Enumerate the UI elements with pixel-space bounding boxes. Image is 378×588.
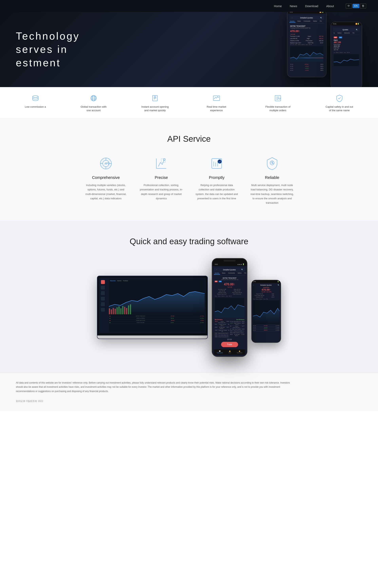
tab-row: Quotes News Comments Notice Fin bbox=[289, 20, 324, 24]
svg-rect-46 bbox=[130, 304, 131, 314]
api-cards: API Comprehensive Including multiple var… bbox=[20, 156, 358, 205]
hero-section: Technology serves in estment 9:41 📶 🔋 ← … bbox=[0, 12, 378, 87]
nav-home[interactable]: Home bbox=[274, 4, 282, 8]
lang-en[interactable]: EN bbox=[352, 4, 359, 8]
svg-rect-41 bbox=[120, 308, 122, 314]
footer-disclaimer: All data and contents of this website ar… bbox=[16, 381, 293, 394]
feature-label-1: Low commission a bbox=[25, 105, 46, 109]
feature-label-6: Capital safety in and out of the same na… bbox=[325, 105, 353, 112]
trading-phone-screen: ← Detailed Quotes 🔍 Quotes News Comments… bbox=[212, 266, 247, 356]
feature-global: Global transaction with one account bbox=[80, 93, 108, 112]
svg-marker-47 bbox=[215, 305, 244, 318]
feature-label-5: Flexible transaction of multiple orders bbox=[264, 105, 292, 112]
api-card-desc-3: Relying on professional data collection … bbox=[195, 183, 239, 200]
navigation: Home News Download About 中 EN 繁 bbox=[0, 0, 378, 12]
footer-copyright: 富利证券 ©版权所有 2022 bbox=[16, 400, 362, 403]
phone-header-2: Quotes 🔍 bbox=[333, 27, 360, 32]
api-reliable-icon bbox=[264, 156, 280, 171]
svg-rect-35 bbox=[109, 308, 110, 314]
phone-status-2: 9:41 📶🔋 bbox=[331, 22, 362, 26]
stock-price: 470.00↑ bbox=[290, 29, 323, 33]
laptop-sidebar bbox=[100, 279, 108, 332]
phone-main: 9:41 📶 🔋 ← Detailed Quotes 🔍 Quotes News… bbox=[287, 12, 326, 77]
phone-secondary: 9:41 📶🔋 Quotes 🔍 ts Notice Warrants Fin bbox=[330, 22, 362, 87]
phone-notch bbox=[212, 259, 247, 263]
phone-header: ← Detailed Quotes 🔍 bbox=[289, 16, 324, 20]
phone-center: 9:41 ▲▲▲ 🔋 ← Detailed Quotes 🔍 Quotes Ne… bbox=[212, 258, 247, 357]
stock-chart bbox=[290, 46, 323, 62]
laptop-screen: Watchlist Market Portfolio bbox=[97, 276, 207, 335]
feature-label-4: Real time market experience bbox=[203, 105, 230, 112]
api-title: API Service bbox=[20, 134, 358, 144]
laptop-base bbox=[97, 335, 207, 339]
svg-rect-45 bbox=[128, 305, 129, 314]
svg-rect-42 bbox=[122, 306, 123, 314]
shield-check-icon bbox=[335, 93, 344, 103]
feature-flexible: Flexible transaction of multiple orders bbox=[264, 93, 292, 112]
api-card-desc-2: Professional collection, sorting, presen… bbox=[139, 183, 183, 200]
bottom-nav-alert[interactable]: 🔔 Alert bbox=[228, 350, 231, 353]
feature-instant: Instant account opening and market quick… bbox=[141, 93, 169, 112]
trading-section: Quick and easy trading software W bbox=[0, 221, 378, 373]
feature-label-2: Global transaction with one account bbox=[80, 105, 108, 112]
svg-point-29 bbox=[218, 160, 222, 163]
language-switcher: 中 EN 繁 bbox=[346, 4, 366, 9]
feature-low-commission: Low commission a bbox=[25, 93, 46, 112]
svg-point-33 bbox=[272, 162, 272, 163]
api-card-reliable: Reliable Multi service deployment, multi… bbox=[250, 156, 294, 205]
database-icon bbox=[30, 93, 40, 103]
api-card-title-4: Reliable bbox=[250, 175, 294, 180]
feature-safety: Capital safety in and out of the same na… bbox=[325, 93, 353, 112]
phone-status: 9:41 📶 🔋 bbox=[287, 12, 326, 14]
trading-info: Trading 09-28 10:18:49 (GMT+8) bbox=[290, 27, 323, 29]
svg-rect-39 bbox=[117, 307, 118, 314]
orders-icon bbox=[273, 93, 283, 103]
bottom-nav-watchlist[interactable]: ⭐ Watchlist bbox=[237, 350, 243, 353]
laptop-main: Watchlist Market Portfolio bbox=[109, 279, 205, 332]
api-section: API Service API Comprehensive Including … bbox=[0, 118, 378, 221]
bottom-nav-comment[interactable]: 💬 Comment bbox=[217, 350, 223, 353]
api-promptly-icon bbox=[209, 156, 225, 171]
api-card-comprehensive: API Comprehensive Including multiple var… bbox=[84, 156, 128, 205]
svg-marker-48 bbox=[253, 308, 279, 324]
nav-links: Home News Download About 中 EN 繁 bbox=[274, 4, 366, 9]
phone-screen: ← Detailed Quotes 🔍 Quotes News Comments… bbox=[287, 14, 326, 77]
hero-title: Technology serves in estment bbox=[16, 29, 99, 70]
lang-zh[interactable]: 中 bbox=[346, 4, 352, 9]
footer: All data and contents of this website ar… bbox=[0, 373, 378, 411]
trade-button[interactable]: Trade bbox=[221, 342, 238, 347]
phone-screen-2: Quotes 🔍 ts Notice Warrants Fin HK US Op… bbox=[331, 26, 362, 87]
phone-right: 9:41🔋 ← Detailed Quotes 🔍 TENCENT 470.00… bbox=[251, 280, 281, 343]
laptop-chart bbox=[109, 283, 205, 314]
svg-rect-38 bbox=[115, 309, 116, 314]
phone-center-status: 9:41 ▲▲▲ 🔋 bbox=[212, 263, 247, 266]
svg-text:API: API bbox=[105, 162, 109, 165]
svg-rect-40 bbox=[118, 306, 120, 314]
api-card-desc-4: Multi service deployment, multi node loa… bbox=[250, 183, 294, 205]
svg-rect-37 bbox=[113, 308, 114, 314]
api-card-title-1: Comprehensive bbox=[84, 175, 128, 180]
hero-phones: 9:41 📶 🔋 ← Detailed Quotes 🔍 Quotes News… bbox=[287, 12, 362, 87]
laptop-mockup: Watchlist Market Portfolio bbox=[97, 276, 208, 339]
svg-point-0 bbox=[33, 96, 38, 98]
svg-rect-44 bbox=[126, 308, 127, 314]
nav-download[interactable]: Download bbox=[305, 4, 318, 8]
feature-label-3: Instant account opening and market quick… bbox=[141, 105, 169, 112]
svg-rect-36 bbox=[111, 309, 112, 314]
api-card-title-2: Precise bbox=[139, 175, 183, 180]
api-card-precise: Precise Professional collection, sorting… bbox=[139, 156, 183, 205]
nav-news[interactable]: News bbox=[290, 4, 297, 8]
feature-realtime: Real time market experience bbox=[203, 93, 230, 112]
api-icon: API bbox=[98, 156, 114, 171]
api-precise-icon bbox=[153, 156, 169, 171]
nav-about[interactable]: About bbox=[326, 4, 334, 8]
api-card-title-3: Promptly bbox=[195, 175, 239, 180]
api-card-promptly: Promptly Relying on professional data co… bbox=[195, 156, 239, 205]
devices-showcase: Watchlist Market Portfolio bbox=[12, 258, 366, 357]
globe-icon bbox=[89, 93, 99, 103]
stock-code: 00700 TENCENT bbox=[290, 25, 323, 27]
lang-tc[interactable]: 繁 bbox=[360, 4, 366, 9]
features-bar: Low commission a Global transaction with… bbox=[0, 87, 378, 118]
api-card-desc-1: Including multiple varieties (stocks, op… bbox=[84, 183, 128, 200]
bottom-nav: 💬 Comment 🔔 Alert ⭐ Watchlist bbox=[214, 349, 245, 355]
